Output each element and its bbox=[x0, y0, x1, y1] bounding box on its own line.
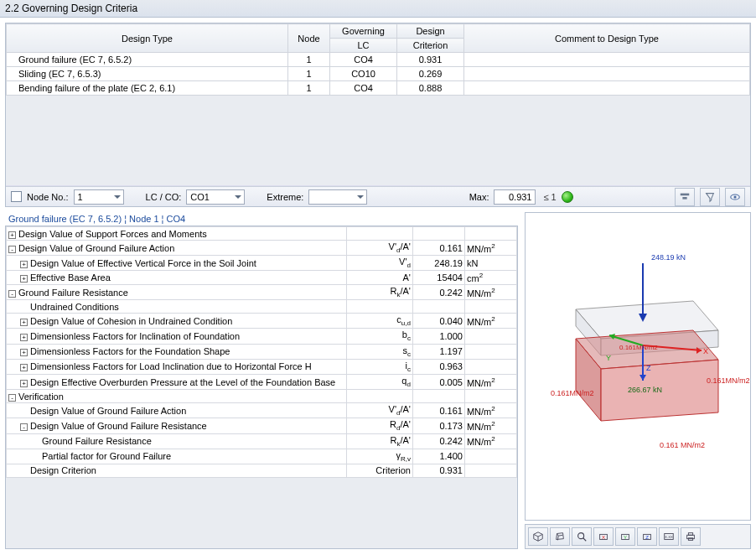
col-gov-lc-top[interactable]: Governing bbox=[330, 24, 397, 39]
extreme-combo[interactable] bbox=[308, 189, 367, 205]
svg-rect-1 bbox=[682, 197, 686, 200]
label-center-force: 266.67 kN bbox=[628, 386, 662, 394]
expander-icon[interactable]: + bbox=[20, 275, 28, 283]
detail-row[interactable]: +Design Value of Support Forces and Mome… bbox=[7, 227, 517, 241]
viewer-toolbar: X Y Z X.XX bbox=[525, 524, 751, 549]
expander-icon[interactable]: - bbox=[8, 394, 16, 402]
label-right-stress: 0.161MN/m2 bbox=[707, 376, 750, 385]
svg-text:Z: Z bbox=[645, 534, 649, 540]
lc-label: LC / CO: bbox=[146, 192, 182, 202]
col-design-crit-top[interactable]: Design bbox=[397, 24, 464, 39]
detail-row[interactable]: Ground Failure ResistanceRk/A'0.242MN/m2 bbox=[7, 433, 517, 449]
expander-icon[interactable]: + bbox=[8, 231, 16, 239]
filter-icon-2[interactable] bbox=[700, 188, 720, 206]
col-node[interactable]: Node bbox=[288, 24, 330, 53]
svg-rect-0 bbox=[681, 193, 690, 195]
detail-row[interactable]: Partial factor for Ground FailureγR,v1.4… bbox=[7, 449, 517, 464]
expander-icon[interactable]: + bbox=[20, 380, 28, 387]
max-condition: ≤ 1 bbox=[543, 192, 556, 202]
detail-row[interactable]: Design Value of Ground Failure ActionV'd… bbox=[7, 403, 517, 418]
view-x-icon[interactable]: X bbox=[593, 527, 614, 546]
view-z-icon[interactable]: Z bbox=[637, 527, 657, 546]
detail-panel: Ground failure (EC 7, 6.5.2) ¦ Node 1 ¦ … bbox=[5, 212, 518, 549]
governing-table[interactable]: Design Type Node Governing Design Commen… bbox=[6, 23, 750, 96]
detail-row[interactable]: -Design Value of Ground Failure ActionV'… bbox=[7, 241, 517, 256]
max-value: 0.931 bbox=[494, 189, 536, 205]
svg-rect-31 bbox=[688, 533, 692, 536]
eye-icon[interactable] bbox=[725, 188, 745, 206]
label-top-force: 248.19 kN bbox=[651, 253, 686, 262]
label-bottom-stress: 0.161 MN/m2 bbox=[660, 441, 705, 449]
col-design-crit[interactable]: Criterion bbox=[397, 39, 464, 53]
section-title: 2.2 Governing Design Criteria bbox=[0, 0, 756, 18]
expander-icon[interactable]: - bbox=[8, 246, 16, 253]
svg-text:X: X bbox=[602, 534, 605, 540]
lc-combo[interactable]: CO1 bbox=[186, 189, 245, 205]
svg-point-20 bbox=[578, 533, 584, 539]
detail-row[interactable]: Undrained Conditions bbox=[7, 300, 517, 314]
detail-row[interactable]: +Dimensionless Factors for the Foundatio… bbox=[7, 344, 517, 359]
detail-row[interactable]: +Design Effective Overburden Pressure at… bbox=[7, 374, 517, 389]
detail-row[interactable]: -Ground Failure ResistanceRk/A'0.242MN/m… bbox=[7, 285, 517, 300]
col-comment[interactable]: Comment to Design Type bbox=[464, 24, 750, 53]
expander-icon[interactable]: + bbox=[20, 364, 28, 371]
filter-bar: Node No.: 1 LC / CO: CO1 Extreme: Max: 0… bbox=[6, 186, 750, 206]
axis-z-label: Z bbox=[646, 364, 651, 372]
filter-icon-1[interactable] bbox=[675, 188, 695, 206]
col-gov-lc[interactable]: LC bbox=[330, 39, 397, 53]
table-row[interactable]: Bending failure of the plate (EC 2, 6.1)… bbox=[7, 81, 750, 96]
expander-icon[interactable]: + bbox=[20, 349, 28, 356]
numeric-icon[interactable]: X.XX bbox=[659, 527, 679, 546]
view-y-icon[interactable]: Y bbox=[615, 527, 635, 546]
axis-x-label: X bbox=[703, 347, 708, 355]
detail-row[interactable]: -Design Value of Ground Failure Resistan… bbox=[7, 418, 517, 433]
table-row[interactable]: Ground failure (EC 7, 6.5.2)1CO40.931 bbox=[7, 53, 750, 67]
status-led-icon bbox=[562, 191, 573, 203]
detail-table[interactable]: +Design Value of Support Forces and Mome… bbox=[6, 226, 517, 478]
extreme-label: Extreme: bbox=[267, 192, 303, 202]
detail-row[interactable]: +Design Value of Cohesion in Undrained C… bbox=[7, 314, 517, 329]
expander-icon[interactable]: + bbox=[20, 334, 28, 341]
label-center-stress: 0.161MN/m2 bbox=[619, 344, 658, 351]
svg-text:Y: Y bbox=[624, 534, 627, 540]
detail-row[interactable]: +Design Value of Effective Vertical Forc… bbox=[7, 256, 517, 271]
axis-y-label: Y bbox=[606, 354, 611, 362]
print-icon[interactable] bbox=[681, 527, 701, 546]
detail-row[interactable]: +Effective Base AreaA'15404cm2 bbox=[7, 271, 517, 285]
table-row[interactable]: Sliding (EC 7, 6.5.3)1CO100.269 bbox=[7, 67, 750, 81]
cube-iso-icon[interactable] bbox=[528, 527, 548, 546]
col-design-type[interactable]: Design Type bbox=[7, 24, 288, 53]
cube-persp-icon[interactable] bbox=[550, 527, 570, 546]
expander-icon[interactable]: + bbox=[20, 261, 28, 268]
governing-table-panel: Design Type Node Governing Design Commen… bbox=[5, 23, 751, 207]
label-left-stress: 0.161MN/m2 bbox=[551, 389, 594, 397]
svg-text:X.XX: X.XX bbox=[665, 535, 673, 539]
max-label: Max: bbox=[469, 192, 489, 202]
node-label: Node No.: bbox=[27, 192, 69, 202]
detail-row[interactable]: Design CriterionCriterion0.931 bbox=[7, 464, 517, 477]
node-checkbox[interactable] bbox=[11, 191, 22, 202]
svg-point-3 bbox=[733, 195, 736, 198]
detail-row[interactable]: +Dimensionless Factors for Load Inclinat… bbox=[7, 359, 517, 374]
expander-icon[interactable]: - bbox=[8, 290, 16, 298]
svg-line-21 bbox=[583, 538, 587, 542]
viewer-3d[interactable]: 248.19 kN 0.161MN/m2 0.161MN/m2 0.161 MN… bbox=[525, 212, 751, 521]
magnifier-icon[interactable] bbox=[572, 527, 592, 546]
node-combo[interactable]: 1 bbox=[74, 189, 124, 205]
detail-row[interactable]: -Verification bbox=[7, 390, 517, 403]
detail-header: Ground failure (EC 7, 6.5.2) ¦ Node 1 ¦ … bbox=[5, 212, 518, 226]
detail-row[interactable]: +Dimensionless Factors for Inclination o… bbox=[7, 329, 517, 344]
expander-icon[interactable]: + bbox=[20, 319, 28, 326]
expander-icon[interactable]: - bbox=[20, 423, 28, 431]
